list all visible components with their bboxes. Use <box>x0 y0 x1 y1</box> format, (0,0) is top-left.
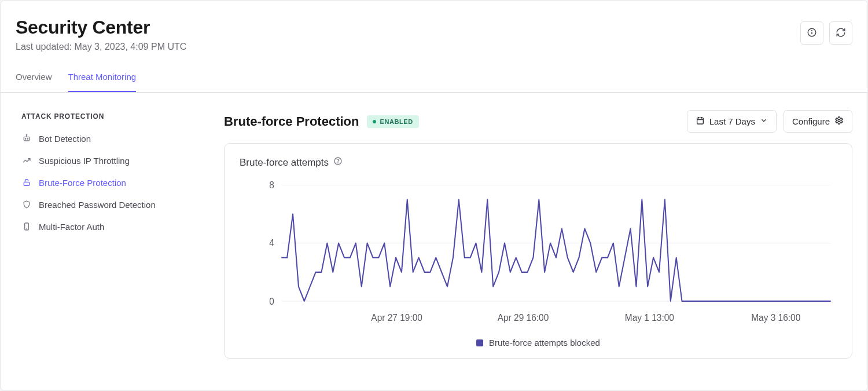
tab-threat-monitoring[interactable]: Threat Monitoring <box>68 72 137 92</box>
refresh-icon <box>836 27 846 39</box>
sidebar-item-mfa[interactable]: Multi-Factor Auth <box>16 215 212 237</box>
content-body: ATTACK PROTECTION Bot Detection Suspicio… <box>1 93 867 372</box>
header-actions <box>800 21 852 45</box>
status-badge-label: ENABLED <box>380 118 413 125</box>
svg-text:May 3 16:00: May 3 16:00 <box>751 312 800 323</box>
trend-icon <box>21 155 32 166</box>
lock-icon <box>21 177 32 188</box>
chevron-down-icon <box>760 116 768 126</box>
gear-icon <box>834 116 844 127</box>
status-dot-icon <box>373 120 376 123</box>
main-panel: Brute-force Protection ENABLED Last 7 Da… <box>224 110 852 359</box>
svg-point-17 <box>338 163 339 163</box>
svg-point-2 <box>812 30 812 31</box>
svg-point-7 <box>27 138 28 139</box>
help-icon[interactable] <box>333 156 343 169</box>
device-icon <box>21 221 32 232</box>
sidebar-heading: ATTACK PROTECTION <box>21 112 212 120</box>
sidebar-item-brute-force[interactable]: Brute-Force Protection <box>16 171 212 193</box>
svg-text:Apr 29 16:00: Apr 29 16:00 <box>498 312 549 323</box>
chart-title-row: Brute-force attempts <box>240 156 837 169</box>
chart-area: 048Apr 27 19:00Apr 29 16:00May 1 13:00Ma… <box>240 173 837 333</box>
svg-point-5 <box>26 134 27 135</box>
sidebar-item-bot-detection[interactable]: Bot Detection <box>16 127 212 149</box>
sidebar-item-label: Brute-Force Protection <box>39 178 126 188</box>
sidebar: ATTACK PROTECTION Bot Detection Suspicio… <box>16 110 212 359</box>
configure-label: Configure <box>792 116 830 126</box>
refresh-button[interactable] <box>829 21 852 45</box>
date-range-picker[interactable]: Last 7 Days <box>687 110 777 133</box>
sidebar-item-label: Breached Password Detection <box>39 200 156 210</box>
svg-point-15 <box>838 119 840 122</box>
shield-icon <box>21 199 32 210</box>
svg-rect-11 <box>697 118 703 124</box>
calendar-icon <box>696 116 705 127</box>
app-card: Security Center Last updated: May 3, 202… <box>0 0 868 391</box>
page-title: Security Center <box>16 17 186 38</box>
sidebar-item-breached-password[interactable]: Breached Password Detection <box>16 193 212 215</box>
sidebar-item-suspicious-ip[interactable]: Suspicious IP Throttling <box>16 149 212 171</box>
status-badge: ENABLED <box>367 115 418 128</box>
sidebar-item-label: Suspicious IP Throttling <box>39 156 130 166</box>
tabs: Overview Threat Monitoring <box>1 72 867 93</box>
info-icon <box>807 27 817 39</box>
page-header: Security Center Last updated: May 3, 202… <box>1 1 867 52</box>
section-title-wrap: Brute-force Protection ENABLED <box>224 114 419 129</box>
legend-label: Brute-force attempts blocked <box>489 338 600 348</box>
svg-text:May 1 13:00: May 1 13:00 <box>625 312 674 323</box>
chart-title: Brute-force attempts <box>240 157 329 169</box>
svg-text:Apr 27 19:00: Apr 27 19:00 <box>371 312 422 323</box>
configure-button[interactable]: Configure <box>784 110 852 133</box>
sidebar-item-label: Multi-Factor Auth <box>39 222 104 232</box>
svg-point-6 <box>25 138 25 139</box>
info-button[interactable] <box>800 21 823 45</box>
legend-swatch-icon <box>476 339 483 346</box>
tab-overview[interactable]: Overview <box>16 72 52 92</box>
chart-card: Brute-force attempts 048Apr 27 19:00Apr … <box>224 143 852 359</box>
chart-legend: Brute-force attempts blocked <box>240 338 837 348</box>
last-updated: Last updated: May 3, 2023, 4:09 PM UTC <box>16 42 186 52</box>
date-range-label: Last 7 Days <box>709 116 755 126</box>
section-header: Brute-force Protection ENABLED Last 7 Da… <box>224 110 852 133</box>
section-title: Brute-force Protection <box>224 114 359 129</box>
svg-rect-8 <box>24 182 29 185</box>
bot-icon <box>21 133 32 144</box>
svg-text:8: 8 <box>269 180 274 191</box>
svg-text:0: 0 <box>269 295 274 306</box>
section-actions: Last 7 Days Configure <box>687 110 852 133</box>
line-chart: 048Apr 27 19:00Apr 29 16:00May 1 13:00Ma… <box>240 173 837 333</box>
svg-text:4: 4 <box>269 237 274 249</box>
sidebar-item-label: Bot Detection <box>39 134 91 144</box>
title-block: Security Center Last updated: May 3, 202… <box>16 17 186 52</box>
